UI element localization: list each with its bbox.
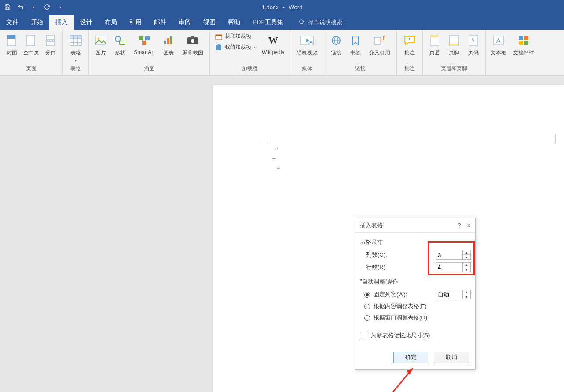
tab-file[interactable]: 文件: [0, 15, 25, 30]
smartart-icon: [137, 33, 151, 47]
my-addins-button[interactable]: 我的加载项 ▾: [213, 43, 257, 52]
insert-table-dialog: 插入表格 ? × 表格尺寸 列数(C): ▲▼ 行数(R): ▲▼: [355, 218, 476, 370]
svg-text:A: A: [496, 37, 501, 44]
table-button[interactable]: 表格 ▾: [66, 32, 85, 62]
pictures-button[interactable]: 图片: [92, 32, 109, 57]
svg-line-20: [144, 40, 147, 41]
svg-rect-42: [430, 35, 439, 37]
tab-references[interactable]: 引用: [123, 15, 148, 30]
bookmark-button[interactable]: 书签: [347, 32, 364, 57]
chart-button[interactable]: 图表: [160, 32, 177, 57]
tab-insert[interactable]: 插入: [49, 15, 74, 30]
save-icon[interactable]: [3, 2, 12, 12]
svg-rect-21: [164, 41, 166, 44]
group-text: A 文本框 文档部件: [486, 30, 540, 75]
svg-rect-16: [139, 36, 143, 40]
tab-review[interactable]: 审阅: [172, 15, 197, 30]
svg-text:#: #: [472, 37, 475, 44]
comment-icon: +: [403, 33, 417, 47]
fixed-width-input[interactable]: [436, 290, 462, 299]
online-video-button[interactable]: 联机视频: [294, 32, 320, 57]
autofit-window-radio[interactable]: 根据窗口调整表格(D): [360, 312, 471, 323]
link-button[interactable]: 链接: [328, 32, 344, 57]
smartart-button[interactable]: SmartArt: [131, 32, 157, 55]
undo-icon[interactable]: [16, 2, 26, 12]
blank-page-button[interactable]: 空白页: [23, 32, 40, 57]
group-comments-label: 批注: [404, 64, 415, 74]
svg-rect-26: [191, 36, 194, 38]
svg-rect-50: [524, 36, 528, 40]
autofit-content-radio[interactable]: 根据内容调整表格(F): [360, 301, 471, 312]
dialog-titlebar[interactable]: 插入表格 ? ×: [355, 218, 475, 233]
group-comments: + 批注 批注: [397, 30, 423, 75]
spinner-up-icon[interactable]: ▲: [463, 290, 470, 294]
group-pages: 封面 空白页 分页 页面: [0, 30, 63, 75]
dialog-close-button[interactable]: ×: [467, 222, 471, 229]
footer-icon: [447, 33, 461, 47]
comment-button[interactable]: + 批注: [400, 32, 419, 57]
cursor-mark: ⊢: [271, 156, 276, 162]
svg-rect-52: [524, 41, 528, 45]
radio-unchecked-icon: [364, 315, 370, 321]
group-table-label: 表格: [70, 64, 81, 74]
svg-rect-49: [519, 36, 523, 40]
spinner-down-icon[interactable]: ▼: [463, 267, 470, 272]
fixed-width-row: 固定列宽(W): ▲▼: [360, 288, 471, 301]
wikipedia-button[interactable]: W Wikipedia: [260, 32, 286, 55]
svg-rect-28: [216, 35, 222, 36]
tab-mailings[interactable]: 邮件: [148, 15, 172, 30]
document-parts-button[interactable]: 文档部件: [510, 32, 537, 57]
app-name: Word: [289, 4, 303, 11]
group-pages-label: 页面: [26, 64, 37, 74]
rows-label: 行数(R):: [366, 263, 387, 271]
qat-customize-icon[interactable]: ▾: [55, 2, 65, 12]
get-addins-button[interactable]: 获取加载项: [213, 32, 257, 41]
wikipedia-icon: W: [266, 33, 280, 47]
cancel-button[interactable]: 取消: [434, 352, 469, 363]
remember-size-checkbox[interactable]: 为新表格记忆此尺寸(S): [360, 330, 471, 341]
cover-page-button[interactable]: 封面: [4, 32, 20, 57]
tab-help[interactable]: 帮助: [222, 15, 246, 30]
page-break-button[interactable]: 分页: [42, 32, 59, 57]
tab-design[interactable]: 设计: [74, 15, 99, 30]
undo-dropdown-icon[interactable]: ▾: [29, 2, 39, 12]
textbox-button[interactable]: A 文本框: [489, 32, 508, 57]
columns-input[interactable]: [436, 250, 462, 259]
group-media-label: 媒体: [302, 64, 312, 74]
page-number-button[interactable]: # 页码: [465, 32, 482, 57]
screenshot-button[interactable]: 屏幕截图: [179, 32, 206, 57]
dialog-help-button[interactable]: ?: [458, 222, 461, 229]
blank-page-icon: [24, 33, 38, 47]
tab-layout[interactable]: 布局: [99, 15, 123, 30]
spinner-up-icon[interactable]: ▲: [463, 250, 470, 255]
tab-home[interactable]: 开始: [25, 15, 49, 30]
rows-spinner[interactable]: ▲▼: [436, 262, 471, 272]
dialog-title: 插入表格: [360, 221, 383, 229]
footer-button[interactable]: 页脚: [446, 32, 462, 57]
tell-me-search[interactable]: 操作说明搜索: [298, 18, 342, 30]
columns-label: 列数(C):: [366, 251, 387, 259]
columns-spinner[interactable]: ▲▼: [436, 250, 471, 260]
spinner-down-icon[interactable]: ▼: [463, 294, 470, 299]
cross-reference-button[interactable]: 交叉引用: [366, 32, 393, 57]
shapes-button[interactable]: 形状: [112, 32, 128, 57]
tab-pdf[interactable]: PDF工具集: [246, 15, 289, 30]
fixed-width-radio[interactable]: 固定列宽(W):: [364, 290, 407, 298]
columns-row: 列数(C): ▲▼: [360, 249, 471, 261]
svg-rect-22: [167, 38, 169, 44]
header-button[interactable]: 页眉: [426, 32, 443, 57]
margin-corner-tr: [555, 134, 564, 143]
redo-icon[interactable]: [42, 2, 52, 12]
ok-button[interactable]: 确定: [393, 352, 428, 363]
tab-view[interactable]: 视图: [197, 15, 222, 30]
rows-input[interactable]: [436, 263, 462, 272]
spinner-up-icon[interactable]: ▲: [463, 263, 470, 267]
chevron-down-icon: ▾: [254, 45, 256, 49]
table-icon: [69, 33, 83, 47]
svg-rect-3: [46, 35, 54, 40]
quick-access-toolbar: ▾ ▾: [0, 2, 65, 12]
paragraph-mark: ↵: [274, 146, 278, 152]
spinner-down-icon[interactable]: ▼: [463, 255, 470, 259]
parts-icon: [516, 33, 531, 47]
fixed-width-spinner[interactable]: ▲▼: [436, 290, 471, 299]
